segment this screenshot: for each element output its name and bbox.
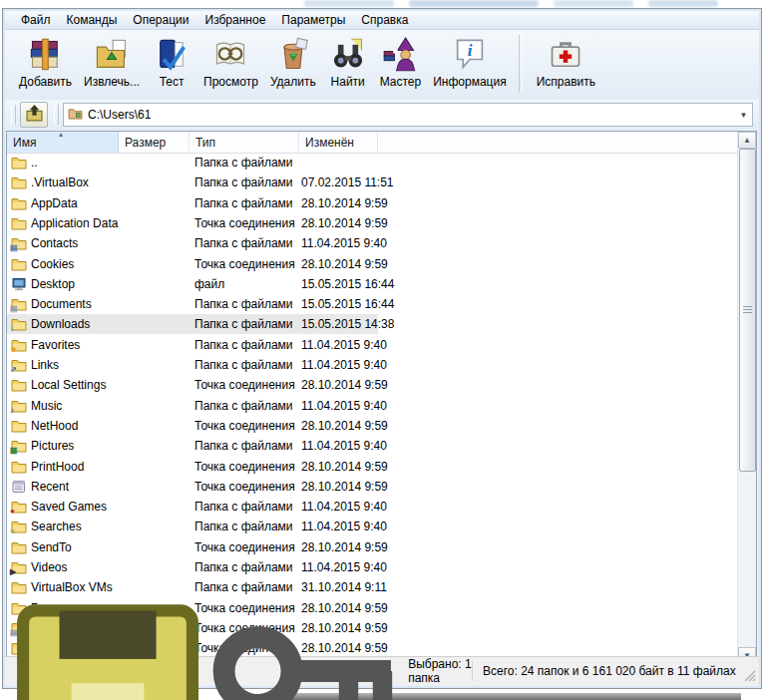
file-row-appdata[interactable]: AppDataПапка с файлами28.10.2014 9:59 xyxy=(7,193,738,213)
file-row-links[interactable]: ↗LinksПапка с файлами11.04.2015 9:40 xyxy=(7,355,738,375)
file-row-[interactable]: ..Папка с файлами xyxy=(7,153,738,173)
file-type: Точка соединения xyxy=(194,216,295,230)
file-row-local-settings[interactable]: Local SettingsТочка соединения28.10.2014… xyxy=(7,375,738,395)
screenshot-root: ФайлКомандыОперацииИзбранноеПараметрыСпр… xyxy=(0,0,770,700)
toolbar-button-label: Добавить xyxy=(19,75,72,89)
folder-documents-icon: ▤ xyxy=(11,297,27,311)
column-header-имя[interactable]: Имя▴ xyxy=(7,132,119,153)
resize-grip-icon[interactable] xyxy=(744,670,757,683)
file-row-music[interactable]: ♪MusicПапка с файлами11.04.2015 9:40 xyxy=(7,396,738,416)
file-modified: 11.04.2015 9:40 xyxy=(301,399,387,413)
file-type: Папка с файлами xyxy=(194,520,293,533)
file-modified: 15.05.2015 14:38 xyxy=(301,317,394,331)
folder-overlay-glyph: ↓ xyxy=(10,325,14,333)
file-type: Папка с файлами xyxy=(194,236,293,250)
file-row-recent[interactable]: RecentТочка соединения28.10.2014 9:59 xyxy=(7,477,738,497)
toolbar-button-тест[interactable]: Тест xyxy=(146,33,197,93)
address-path: C:\Users\61 xyxy=(88,108,151,122)
toolbar-button-добавить[interactable]: Добавить xyxy=(13,33,78,93)
folder-overlay-glyph: ▤ xyxy=(10,244,18,252)
file-row-documents[interactable]: ▤DocumentsПапка с файлами15.05.2015 16:4… xyxy=(7,294,738,314)
file-modified: 28.10.2014 9:59 xyxy=(301,480,388,494)
folder-videos-icon: ▶ xyxy=(11,560,27,574)
toolbar-button-извлечь[interactable]: Извлечь... xyxy=(78,33,146,93)
file-modified: 11.04.2015 9:40 xyxy=(301,560,387,574)
column-header-label: Изменён xyxy=(305,136,354,150)
file-row-cookies[interactable]: CookiesТочка соединения28.10.2014 9:59 xyxy=(7,254,738,274)
folder-favorites-icon: ★ xyxy=(11,338,27,352)
folder-music-icon: ♪ xyxy=(11,399,27,413)
file-row-favorites[interactable]: ★FavoritesПапка с файлами11.04.2015 9:40 xyxy=(7,335,738,355)
folder-contacts-icon: ▤ xyxy=(11,236,27,250)
menu-item-справка[interactable]: Справка xyxy=(353,12,416,28)
column-header-тип[interactable]: Тип xyxy=(190,132,299,153)
file-modified: 28.10.2014 9:59 xyxy=(301,378,388,392)
file-name: Downloads xyxy=(31,317,90,331)
background-blob xyxy=(648,0,718,7)
menu-item-команды[interactable]: Команды xyxy=(59,12,126,28)
extract-icon xyxy=(92,36,132,74)
column-header-размер[interactable]: Размер xyxy=(119,132,190,153)
file-type: Папка с файлами xyxy=(194,500,293,514)
file-row-printhood[interactable]: PrintHoodТочка соединения28.10.2014 9:59 xyxy=(7,457,738,477)
file-name: PrintHood xyxy=(31,460,84,474)
folder-overlay-glyph: ★ xyxy=(10,346,17,354)
file-modified: 07.02.2015 11:51 xyxy=(301,175,394,189)
rebar-grip xyxy=(11,105,16,125)
menu-item-параметры[interactable]: Параметры xyxy=(273,12,353,28)
column-header-label: Размер xyxy=(125,136,166,150)
file-type: Точка соединения xyxy=(194,419,295,433)
status-left-pane: Выбрано: 1 папка xyxy=(5,574,472,700)
up-one-level-button[interactable] xyxy=(20,102,48,128)
test-icon xyxy=(152,36,192,74)
winrar-window: ФайлКомандыОперацииИзбранноеПараметрыСпр… xyxy=(2,8,762,689)
file-type: Папка с файлами xyxy=(194,399,293,413)
toolbar-button-просмотр[interactable]: Просмотр xyxy=(197,33,264,93)
toolbar-button-label: Извлечь... xyxy=(84,75,140,89)
file-modified: 15.05.2015 16:44 xyxy=(301,297,394,311)
file-name: Desktop xyxy=(31,277,75,291)
toolbar-button-найти[interactable]: Найти xyxy=(322,33,374,93)
address-combobox[interactable]: C:\Users\61 ▼ xyxy=(63,103,753,127)
file-row-pictures[interactable]: ▦PicturesПапка с файлами11.04.2015 9:40 xyxy=(7,436,738,456)
scroll-up-button[interactable]: ▲ xyxy=(738,132,756,149)
file-row-contacts[interactable]: ▤ContactsПапка с файлами11.04.2015 9:40 xyxy=(7,233,738,253)
scrollbar-thumb[interactable] xyxy=(739,149,756,472)
menu-item-файл[interactable]: Файл xyxy=(13,12,59,28)
file-row-nethood[interactable]: NetHoodТочка соединения28.10.2014 9:59 xyxy=(7,416,738,436)
desktop-icon xyxy=(11,277,27,291)
toolbar-button-label: Информация xyxy=(433,75,506,89)
toolbar-button-информация[interactable]: iИнформация xyxy=(427,33,512,93)
key-icon[interactable] xyxy=(209,574,403,700)
file-row-sendto[interactable]: SendToТочка соединения28.10.2014 9:59 xyxy=(7,537,738,557)
toolbar-button-удалить[interactable]: Удалить xyxy=(264,33,322,93)
file-row-saved-games[interactable]: ●Saved GamesПапка с файлами11.04.2015 9:… xyxy=(7,497,738,517)
file-name: SendTo xyxy=(31,540,72,554)
folder-links-icon: ↗ xyxy=(11,358,27,372)
menu-item-избранное[interactable]: Избранное xyxy=(197,12,274,28)
file-row-searches[interactable]: ○SearchesПапка с файлами11.04.2015 9:40 xyxy=(7,517,738,536)
recent-icon xyxy=(11,480,27,494)
folder-icon xyxy=(11,540,27,554)
view-icon xyxy=(210,36,250,74)
file-row-virtualbox[interactable]: .VirtualBoxПапка с файлами07.02.2015 11:… xyxy=(7,173,738,192)
file-name: Local Settings xyxy=(31,378,106,392)
column-header-измен-н[interactable]: Изменён xyxy=(299,132,378,153)
toolbar-button-мастер[interactable]: Мастер xyxy=(374,33,428,93)
file-modified: 28.10.2014 9:59 xyxy=(301,540,388,554)
vertical-scrollbar[interactable]: ▲ ▼ xyxy=(737,132,756,664)
disk-icon[interactable] xyxy=(11,574,204,700)
file-type: Папка с файлами xyxy=(194,175,293,189)
menu-bar: ФайлКомандыОперацииИзбранноеПараметрыСпр… xyxy=(5,11,759,30)
file-row-desktop[interactable]: Desktopфайл15.05.2015 16:44 xyxy=(7,274,738,294)
address-dropdown-arrow[interactable]: ▼ xyxy=(735,104,752,126)
toolbar-button-label: Удалить xyxy=(270,75,316,89)
toolbar-button-исправить[interactable]: Исправить xyxy=(531,33,601,93)
file-name: .. xyxy=(31,156,38,170)
folder-icon xyxy=(11,419,27,433)
file-row-downloads[interactable]: ↓DownloadsПапка с файлами15.05.2015 14:3… xyxy=(7,314,738,334)
file-type: Папка с файлами xyxy=(194,317,293,331)
menu-item-операции[interactable]: Операции xyxy=(125,12,196,28)
toolbar-separator xyxy=(519,35,523,93)
file-row-application-data[interactable]: Application DataТочка соединения28.10.20… xyxy=(7,213,738,233)
